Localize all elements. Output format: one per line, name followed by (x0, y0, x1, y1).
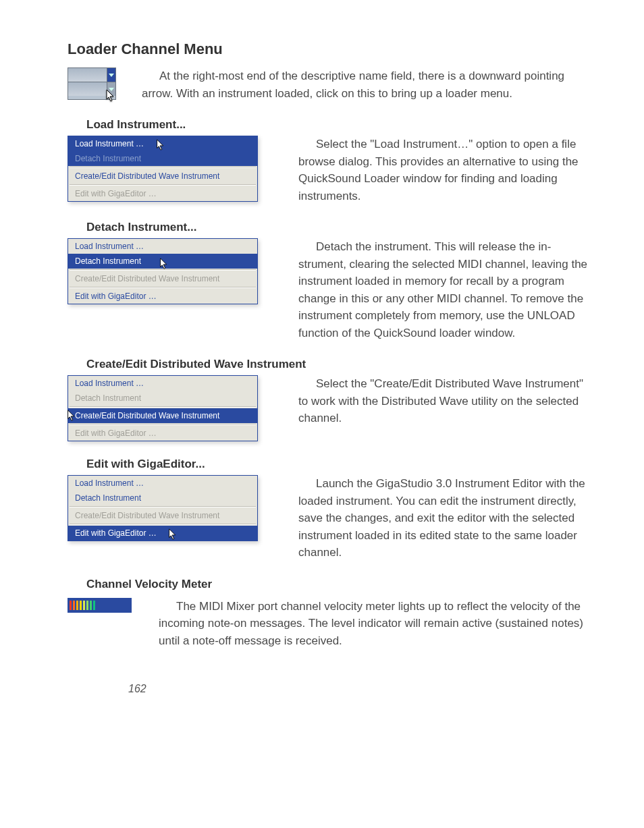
detach-instrument-text: Detach the instrument. This will release… (298, 238, 590, 341)
create-edit-text: Select the "Create/Edit Distributed Wave… (298, 375, 590, 427)
context-menu-giga: Load Instrument … Detach Instrument Crea… (68, 475, 258, 541)
menu-item-edit-gigaeditor[interactable]: Edit with GigaEditor … (68, 289, 257, 304)
menu-item-load-instrument[interactable]: Load Instrument … (68, 239, 257, 254)
page-title: Loader Channel Menu (68, 40, 590, 58)
heading-edit-gigaeditor: Edit with GigaEditor... (86, 458, 590, 471)
context-menu-detach: Load Instrument … Detach Instrument Crea… (68, 238, 258, 304)
menu-item-load-instrument[interactable]: Load Instrument … (68, 136, 257, 151)
context-menu-createedit: Load Instrument … Detach Instrument Crea… (68, 375, 258, 441)
menu-separator (70, 287, 256, 288)
menu-item-detach-instrument[interactable]: Detach Instrument (68, 151, 257, 166)
context-menu-load: Load Instrument … Detach Instrument Crea… (68, 136, 258, 202)
menu-separator (70, 424, 256, 425)
cursor-icon (159, 258, 169, 270)
menu-item-detach-instrument[interactable]: Detach Instrument (68, 391, 257, 406)
menu-item-create-edit-dwi[interactable]: Create/Edit Distributed Wave Instrument (68, 508, 257, 523)
heading-create-edit-dwi: Create/Edit Distributed Wave Instrument (86, 358, 590, 371)
load-instrument-text: Select the "Load Instrument…" option to … (298, 136, 590, 204)
cursor-icon (67, 410, 76, 422)
heading-load-instrument: Load Instrument... (86, 118, 590, 132)
loader-dropdown-illustration (68, 67, 115, 101)
intro-text: At the right-most end of the descriptive… (142, 67, 590, 102)
menu-separator (70, 184, 256, 186)
menu-separator (70, 406, 256, 408)
cursor-icon (156, 139, 165, 151)
menu-item-load-instrument[interactable]: Load Instrument … (68, 476, 257, 491)
menu-item-create-edit-dwi[interactable]: Create/Edit Distributed Wave Instrument (68, 169, 257, 184)
velocity-meter-text: The MIDI Mixer port channel velocity met… (159, 598, 590, 650)
menu-separator (70, 524, 256, 525)
heading-channel-velocity-meter: Channel Velocity Meter (86, 578, 590, 591)
menu-separator (70, 167, 256, 168)
menu-item-edit-gigaeditor[interactable]: Edit with GigaEditor … (68, 426, 257, 441)
heading-detach-instrument: Detach Instrument... (86, 221, 590, 234)
menu-item-load-instrument[interactable]: Load Instrument … (68, 376, 257, 391)
edit-gigaeditor-text: Launch the GigaStudio 3.0 Instrument Edi… (298, 475, 590, 561)
menu-item-edit-gigaeditor[interactable]: Edit with GigaEditor … (68, 186, 257, 201)
menu-separator (70, 506, 256, 507)
velocity-meter-illustration (68, 598, 132, 613)
menu-item-edit-gigaeditor[interactable]: Edit with GigaEditor … (68, 526, 257, 541)
menu-item-detach-instrument[interactable]: Detach Instrument (68, 491, 257, 505)
menu-item-create-edit-dwi[interactable]: Create/Edit Distributed Wave Instrument (68, 408, 257, 423)
menu-item-detach-instrument[interactable]: Detach Instrument (68, 254, 257, 269)
page-number: 162 (128, 683, 590, 695)
cursor-icon (168, 528, 178, 541)
menu-item-create-edit-dwi[interactable]: Create/Edit Distributed Wave Instrument (68, 271, 257, 286)
cursor-icon (105, 89, 116, 103)
